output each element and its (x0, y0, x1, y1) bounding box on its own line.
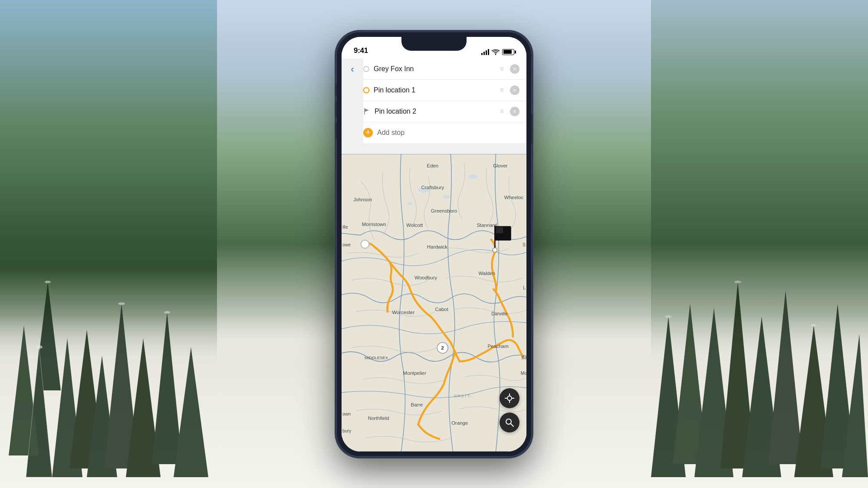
svg-marker-8 (152, 312, 182, 464)
signal-bar-4 (488, 49, 489, 55)
svg-point-14 (164, 311, 170, 314)
svg-text:ille: ille (342, 224, 348, 229)
left-trees-svg (0, 87, 208, 477)
add-stop-row[interactable]: + Add stop (363, 122, 526, 143)
svg-text:MIDDLESEX: MIDDLESEX (365, 355, 388, 360)
stop-1-label: Grey Fox Inn (374, 65, 494, 73)
route-stop-2[interactable]: Pin location 1 ≡ × (363, 80, 526, 101)
route-stop-1[interactable]: Grey Fox Inn ≡ × (363, 59, 526, 80)
silent-switch (335, 84, 337, 96)
svg-point-13 (118, 302, 125, 305)
svg-text:Wolcott: Wolcott (406, 223, 423, 228)
svg-point-31 (443, 195, 450, 198)
svg-text:Peacham: Peacham (487, 343, 508, 348)
svg-point-71 (507, 396, 512, 400)
svg-point-33 (469, 174, 478, 178)
status-icons (481, 49, 514, 55)
map-svg: 2 Eden Glover Johnson Craftsbury Morrist… (342, 154, 526, 452)
svg-text:Mon: Mon (521, 371, 526, 376)
svg-text:Northfield: Northfield (368, 416, 389, 421)
svg-text:Walden: Walden (478, 270, 495, 275)
svg-point-26 (811, 324, 817, 327)
svg-point-25 (734, 281, 741, 283)
svg-marker-9 (174, 347, 208, 477)
svg-line-77 (511, 424, 513, 426)
add-stop-icon: + (363, 128, 373, 138)
svg-text:2: 2 (441, 345, 444, 350)
status-time: 9:41 (354, 46, 368, 55)
power-button[interactable] (531, 114, 533, 144)
svg-rect-68 (496, 227, 503, 233)
svg-text:owe: owe (342, 242, 351, 247)
route-stop-3[interactable]: Pin location 2 ≡ × (363, 101, 526, 122)
stop-1-remove-button[interactable]: × (510, 64, 519, 74)
stop-1-drag-handle[interactable]: ≡ (498, 65, 506, 73)
back-button[interactable]: ‹ (342, 59, 363, 80)
svg-text:Cabot: Cabot (435, 306, 448, 311)
svg-text:Glover: Glover (493, 163, 508, 168)
route-list: Grey Fox Inn ≡ × Pin location 1 ≡ × Pin … (363, 59, 526, 143)
svg-marker-2 (9, 325, 39, 455)
signal-bar-2 (483, 52, 485, 55)
stop-2-remove-button[interactable]: × (510, 85, 519, 95)
back-arrow-icon: ‹ (351, 64, 354, 75)
svg-text:Hardwick: Hardwick (427, 244, 447, 249)
svg-marker-1 (35, 282, 61, 390)
flag-icon (363, 108, 370, 115)
map-view[interactable]: 2 Eden Glover Johnson Craftsbury Morrist… (342, 154, 526, 452)
svg-point-76 (506, 419, 511, 424)
svg-point-70 (493, 248, 497, 252)
svg-point-11 (36, 345, 43, 349)
svg-text:Wheeloc: Wheeloc (504, 194, 524, 200)
wifi-icon (492, 49, 500, 55)
svg-text:Montpelier: Montpelier (403, 370, 427, 376)
crosshair-icon (505, 393, 514, 403)
phone-frame: 9:41 (336, 32, 532, 457)
svg-text:bury: bury (342, 429, 352, 433)
svg-marker-20 (768, 291, 803, 464)
right-trees-svg (651, 65, 868, 477)
svg-point-66 (361, 240, 369, 248)
svg-point-12 (45, 281, 51, 283)
stop-3-remove-button[interactable]: × (510, 107, 519, 116)
stop-3-label: Pin location 2 (375, 108, 494, 115)
stop-2-dot (363, 87, 369, 93)
svg-text:Stannard: Stannard (477, 223, 496, 228)
search-button[interactable] (500, 413, 519, 432)
svg-text:Barre: Barre (411, 402, 423, 407)
svg-text:Woodbury: Woodbury (414, 275, 437, 280)
add-stop-label: Add stop (377, 129, 404, 137)
svg-text:L: L (523, 285, 526, 290)
signal-bar-1 (481, 53, 483, 55)
crosshair-button[interactable] (500, 388, 519, 408)
svg-text:Danville: Danville (491, 311, 507, 316)
svg-marker-28 (365, 108, 369, 112)
battery-icon (502, 49, 514, 55)
svg-text:GROTT...: GROTT... (454, 394, 475, 398)
stop-1-dot (363, 66, 369, 72)
stop-2-label: Pin location 1 (374, 86, 494, 94)
stop-3-drag-handle[interactable]: ≡ (498, 108, 506, 115)
svg-point-32 (408, 202, 413, 205)
signal-icon (481, 49, 489, 55)
volume-up-button[interactable] (335, 101, 337, 118)
battery-fill (503, 50, 512, 54)
stop-2-drag-handle[interactable]: ≡ (498, 86, 506, 94)
svg-text:own: own (342, 411, 351, 416)
signal-bar-3 (486, 50, 487, 55)
volume-down-button[interactable] (335, 123, 337, 139)
svg-point-24 (665, 315, 672, 318)
phone-screen: 9:41 (342, 37, 526, 452)
svg-text:Johnson: Johnson (353, 197, 372, 202)
svg-text:Morristown: Morristown (362, 222, 386, 227)
svg-text:Orange: Orange (451, 420, 468, 425)
search-icon (505, 418, 514, 427)
svg-text:S: S (523, 242, 526, 247)
svg-text:Bar: Bar (522, 355, 526, 360)
svg-text:Worcester: Worcester (392, 309, 414, 314)
svg-text:Craftsbury: Craftsbury (421, 185, 444, 190)
svg-text:Eden: Eden (427, 163, 439, 168)
notch (401, 37, 467, 51)
svg-text:Greensboro: Greensboro (431, 208, 457, 213)
